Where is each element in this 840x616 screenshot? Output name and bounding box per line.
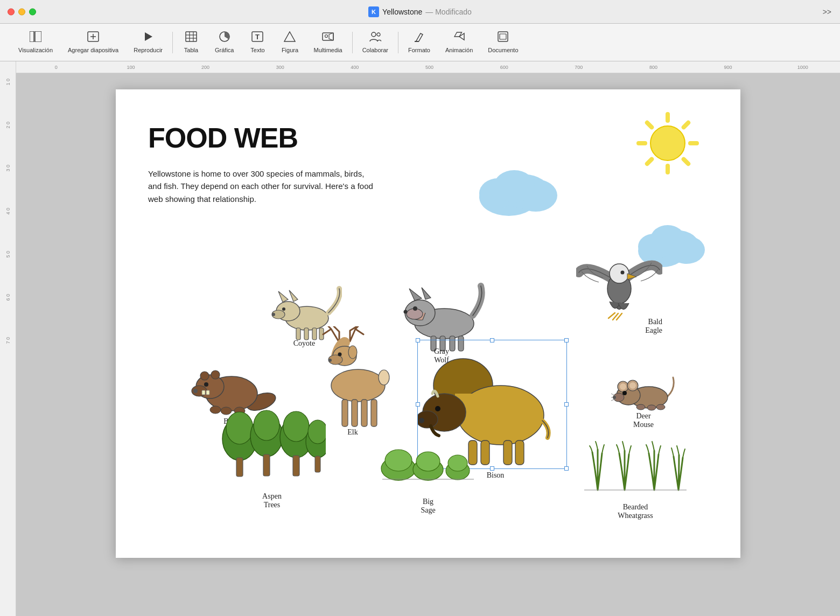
svg-point-130 (308, 420, 326, 444)
toolbar-visualizacion[interactable]: Visualización (11, 28, 60, 57)
bald-eagle-animal[interactable]: BaldEagle (576, 246, 662, 335)
toolbar-formato-label: Formato (408, 47, 430, 53)
toolbar: Visualización Agregar diapositiva Reprod… (0, 24, 840, 61)
svg-rect-48 (304, 328, 309, 340)
visualizacion-icon (30, 31, 41, 45)
svg-rect-86 (342, 400, 348, 426)
window-title: K Yellowstone — Modificado (368, 6, 472, 17)
toolbar-expand-button[interactable]: >> (823, 8, 831, 16)
slide[interactable]: FOOD WEB Yellowstone is home to over 300… (116, 89, 740, 558)
toolbar-documento[interactable]: Documento (480, 28, 526, 57)
toolbar-divider-2 (352, 32, 353, 53)
documento-icon (497, 31, 509, 45)
svg-point-17 (372, 32, 376, 37)
svg-text:T: T (255, 33, 260, 41)
colaborar-icon (369, 31, 381, 45)
svg-rect-1 (35, 31, 41, 42)
toolbar-reproducir-label: Reproducir (134, 47, 163, 53)
svg-rect-89 (371, 400, 377, 426)
svg-point-74 (200, 372, 209, 380)
svg-point-91 (338, 353, 342, 356)
canvas-area[interactable]: FOOD WEB Yellowstone is home to over 300… (16, 73, 840, 616)
svg-point-133 (385, 450, 412, 471)
svg-rect-100 (481, 440, 489, 465)
svg-rect-25 (688, 141, 699, 145)
svg-rect-131 (315, 456, 320, 472)
toolbar-agregar[interactable]: Agregar diapositiva (60, 28, 126, 57)
ruler-mark-2: 2 0 (0, 122, 16, 165)
slide-description: Yellowstone is home to over 300 species … (148, 167, 374, 205)
svg-marker-56 (409, 289, 422, 300)
ruler-mark-4: 4 0 (0, 208, 16, 251)
svg-point-115 (636, 404, 645, 410)
toolbar-texto-label: Texto (250, 47, 264, 53)
svg-point-65 (610, 264, 629, 283)
app-body: 1 0 2 0 3 0 4 0 5 0 6 0 7 0 0 100 200 30… (0, 61, 840, 616)
svg-rect-22 (500, 34, 506, 39)
svg-point-108 (620, 383, 626, 390)
svg-rect-6 (186, 32, 197, 41)
figura-icon (284, 31, 296, 45)
svg-rect-28 (644, 156, 655, 167)
formato-icon (413, 31, 425, 45)
svg-point-118 (622, 391, 627, 395)
deer-mouse-animal[interactable]: DeerMouse (611, 364, 676, 429)
svg-rect-125 (263, 454, 270, 476)
svg-rect-101 (503, 440, 512, 465)
slide-title: FOOD WEB (148, 122, 298, 154)
svg-point-51 (272, 313, 275, 316)
svg-rect-23 (666, 112, 670, 123)
svg-rect-0 (30, 31, 34, 42)
svg-point-16 (325, 35, 328, 38)
svg-point-31 (650, 126, 685, 160)
svg-point-81 (204, 382, 208, 387)
svg-point-92 (328, 359, 332, 362)
toolbar-agregar-label: Agregar diapositiva (68, 47, 118, 53)
toolbar-reproducir[interactable]: Reproducir (126, 28, 170, 57)
minimize-button[interactable] (18, 8, 25, 15)
bearded-wheatgrass-label: BeardedWheatgrass (582, 503, 689, 520)
toolbar-formato[interactable]: Formato (401, 28, 438, 57)
svg-rect-15 (323, 33, 333, 40)
svg-point-36 (494, 170, 535, 202)
ruler-mark-7: 7 0 (0, 337, 16, 380)
toolbar-figura[interactable]: Figura (274, 28, 306, 57)
svg-rect-26 (681, 156, 691, 167)
svg-point-135 (416, 452, 440, 471)
svg-point-121 (226, 412, 253, 444)
toolbar-tabla[interactable]: Tabla (175, 28, 207, 57)
svg-point-124 (254, 410, 279, 440)
toolbar-colaborar[interactable]: Colaborar (355, 28, 396, 57)
close-button[interactable] (8, 8, 15, 15)
sun-illustration (635, 111, 700, 176)
big-sage[interactable]: BigSage (380, 431, 477, 515)
svg-point-18 (377, 33, 380, 36)
traffic-lights (8, 8, 36, 15)
toolbar-texto[interactable]: T Texto (241, 28, 274, 57)
svg-rect-29 (636, 141, 647, 145)
doc-name: Yellowstone (382, 8, 422, 16)
svg-marker-14 (284, 32, 295, 41)
aspen-trees[interactable]: AspenTrees (218, 398, 326, 509)
agregar-icon (87, 31, 99, 45)
ruler-mark-1: 1 0 (0, 79, 16, 122)
aspen-trees-label: AspenTrees (218, 492, 326, 509)
svg-point-93 (348, 346, 357, 359)
ruler-horizontal: 0 100 200 300 400 500 600 700 800 900 10… (16, 61, 840, 73)
svg-point-103 (435, 406, 440, 411)
svg-point-110 (629, 382, 636, 389)
animacion-icon (453, 31, 465, 45)
titlebar: K Yellowstone — Modificado >> (0, 0, 840, 24)
toolbar-grafica[interactable]: Gráfica (207, 28, 241, 57)
toolbar-visualizacion-label: Visualización (18, 47, 53, 53)
svg-point-127 (283, 411, 309, 442)
fullscreen-button[interactable] (29, 8, 36, 15)
multimedia-icon (322, 31, 334, 45)
toolbar-multimedia-label: Multimedia (313, 47, 342, 53)
texto-icon: T (251, 31, 263, 45)
toolbar-multimedia[interactable]: Multimedia (306, 28, 349, 57)
toolbar-documento-label: Documento (488, 47, 518, 53)
svg-rect-87 (352, 400, 358, 426)
toolbar-animacion[interactable]: Animación (438, 28, 480, 57)
bearded-wheatgrass[interactable]: BeardedWheatgrass (582, 425, 689, 520)
